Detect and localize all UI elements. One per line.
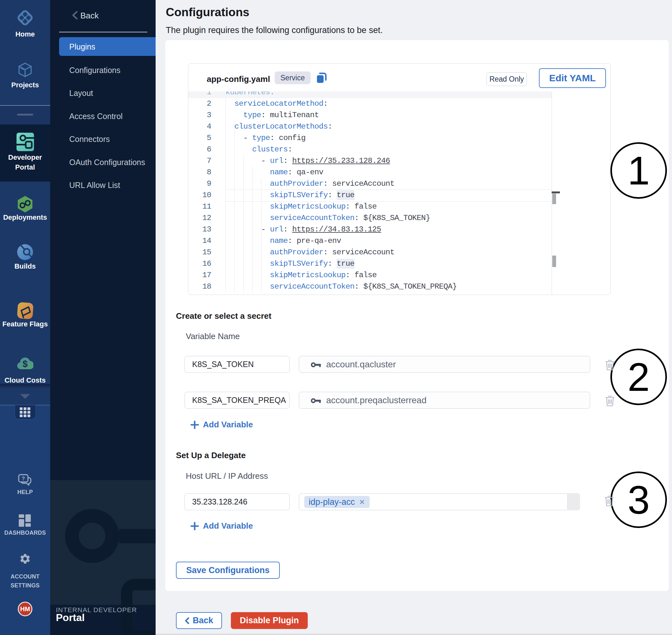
svg-text:?: ?	[22, 476, 25, 481]
svg-text:$: $	[23, 359, 28, 369]
